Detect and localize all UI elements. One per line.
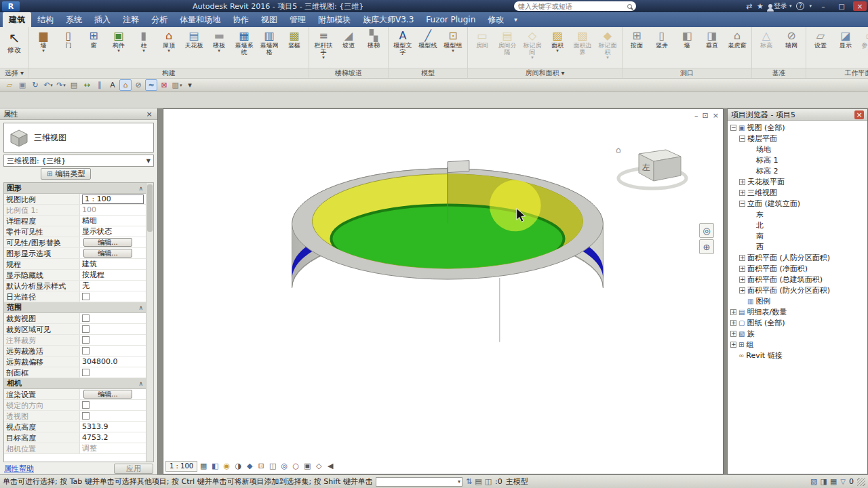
tab-修改[interactable]: 修改 [481,12,510,27]
tree-item-组[interactable]: +⊞组 [728,339,867,350]
qat-thin-lines-button[interactable]: ≈ [145,79,157,91]
property-value[interactable]: 编辑... [80,237,146,247]
checkbox[interactable] [82,325,90,333]
checkbox[interactable] [82,369,90,376]
type-selector[interactable]: 三维视图 [3,123,154,152]
tab-系统[interactable]: 系统 [60,12,88,27]
ribbon-button-墙[interactable]: ▆墙▾ [31,28,56,53]
qat-default-3d-view-button[interactable]: ⌂ [119,79,132,91]
visual-style-button[interactable]: ◧ [210,461,220,472]
ribbon-button-模型组[interactable]: ⊡模型组▾ [441,28,465,53]
property-value[interactable]: 显示状态 [80,226,146,237]
tree-item-图例[interactable]: ▥图例 [728,296,867,306]
tab-协作[interactable]: 协作 [226,12,255,27]
drawing-area[interactable]: –⊡× [163,108,724,474]
tab-体量和场地[interactable]: 体量和场地 [174,12,226,27]
property-value[interactable] [80,324,146,334]
qat-text-button[interactable]: A [106,79,119,91]
tree-item-南[interactable]: 南 [728,230,867,241]
resize-grip[interactable] [857,478,865,486]
tree-item-图纸 (全部)[interactable]: +▢图纸 (全部) [728,317,867,328]
tab-族库大师V3.3[interactable]: 族库大师V3.3 [357,12,420,27]
ribbon-button-坡道[interactable]: ◢坡道 [336,28,361,49]
edit-type-button[interactable]: ⊞ 编辑类型 [41,168,91,180]
tab-分析[interactable]: 分析 [145,12,174,27]
tree-item-标高 2[interactable]: 标高 2 [728,165,867,176]
project-browser-close-icon[interactable]: × [854,110,864,119]
tree-expand-icon[interactable]: + [730,331,736,337]
property-value[interactable]: 100 [80,205,146,215]
tree-expand-icon[interactable]: + [730,342,736,348]
tree-item-西[interactable]: 西 [728,241,867,252]
ribbon-button-模型线[interactable]: ╱模型线 [416,28,440,49]
tree-item-面积平面 (人防分区面积)[interactable]: +面积平面 (人防分区面积) [728,252,867,263]
property-value[interactable] [80,346,146,356]
property-value[interactable] [80,313,146,323]
property-section-范围[interactable]: 范围∧ [4,302,146,313]
tree-item-东[interactable]: 东 [728,209,867,220]
checkbox[interactable] [82,401,90,409]
tree-expand-icon[interactable]: + [730,320,736,326]
tree-item-明细表/数量[interactable]: +▤明细表/数量 [728,306,867,317]
search-icon[interactable] [627,4,632,9]
ribbon-button-楼板[interactable]: ▬楼板▾ [207,28,231,53]
instance-selector[interactable]: 三维视图: {三维} ▼ [3,155,154,167]
temporary-hide-isolate-button[interactable]: ◎ [279,461,290,472]
tab-附加模块[interactable]: 附加模块 [312,12,357,27]
help-icon[interactable]: ? [796,2,804,10]
properties-header[interactable]: 属性 × [0,108,157,120]
ribbon-button-竖井[interactable]: ▯竖井 [650,28,674,49]
ribbon-panel-label-楼梯坡道[interactable]: 楼梯坡道 [309,68,388,78]
tree-collapse-icon[interactable]: − [739,201,745,207]
ribbon-tab-overflow-icon[interactable]: ▾ [510,12,521,27]
ribbon-button-柱[interactable]: ▮柱▾ [132,28,156,53]
crop-region-visibility-button[interactable]: ◫ [267,461,278,472]
ribbon-button-屋顶[interactable]: ⌂屋顶▾ [157,28,181,53]
property-value[interactable] [80,291,146,302]
press-drag-toggle-icon[interactable]: ⇅ [466,477,472,486]
sun-path-button[interactable]: ◉ [221,461,232,472]
property-value[interactable] [80,335,146,345]
property-value[interactable]: 建筑 [80,259,146,269]
properties-scrollbar[interactable] [146,183,153,462]
ribbon-panel-label-洞口[interactable]: 洞口 [623,68,751,78]
ribbon-panel-label-房间和面积[interactable]: 房间和面积 ▾ [468,68,622,78]
minimize-button[interactable]: – [816,1,830,11]
viewport-restore-icon[interactable]: ⊡ [703,111,709,120]
shadows-button[interactable]: ◑ [233,461,243,472]
revit-logo[interactable]: R [2,1,20,12]
edit-button[interactable]: 编辑... [83,238,132,247]
favorites-icon[interactable]: ★ [757,2,764,11]
tab-视图[interactable]: 视图 [255,12,283,27]
tree-item-三维视图[interactable]: +三维视图 [728,187,867,198]
tree-collapse-icon[interactable]: − [739,136,745,142]
view-scale-button[interactable]: 1 : 100 [165,461,197,472]
collapse-chevron-icon[interactable]: ∧ [138,185,143,192]
tree-item-面积平面 (防火分区面积)[interactable]: +面积平面 (防火分区面积) [728,285,867,296]
sign-in-dropdown-icon[interactable]: ▾ [789,3,792,9]
ribbon-button-模型文字[interactable]: A模型文字 [391,28,415,56]
qat-switch-windows-button[interactable]: ▥▾ [171,79,183,91]
maximize-button[interactable]: □ [835,1,848,11]
ribbon-button-幕墙系统[interactable]: ▦幕墙系统 [232,28,256,56]
property-value[interactable]: 无 [80,281,146,291]
chevron-down-icon[interactable]: ▾ [458,479,462,485]
qat-close-hidden-windows-button[interactable]: ⊠ [158,79,170,91]
apply-button[interactable]: 应用 [114,464,153,474]
help-dropdown-icon[interactable]: ▾ [809,3,812,9]
qat-undo-button[interactable]: ↶▾ [42,79,54,91]
tab-结构[interactable]: 结构 [31,12,60,27]
worksets-icon[interactable]: ▤ [475,477,481,486]
ribbon-button-窗[interactable]: ⊞窗 [81,28,106,49]
viewport-close-icon[interactable]: × [713,111,719,120]
property-value[interactable]: 按规程 [80,270,146,280]
property-value[interactable]: 编辑... [80,248,146,258]
ribbon-panel-label-构建[interactable]: 构建 [29,68,309,78]
qat-print-button[interactable]: ▤ [68,79,80,91]
ribbon-button-设置[interactable]: ▱设置 [808,28,833,49]
help-search-box[interactable] [514,1,636,11]
checkbox[interactable] [82,336,90,344]
chevron-down-icon[interactable]: ▼ [146,158,151,164]
tree-expand-icon[interactable]: + [739,190,745,196]
ribbon-button-轴网[interactable]: ⊘轴网 [779,28,804,49]
